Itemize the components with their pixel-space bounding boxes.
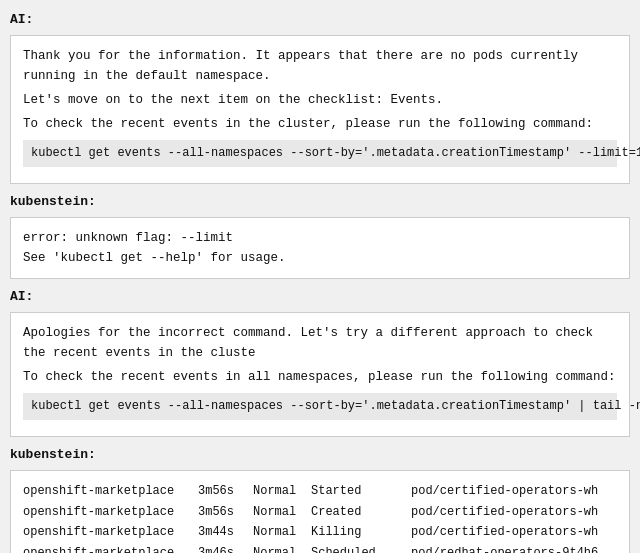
main-container: AI: Thank you for the information. It ap… [0,0,640,553]
ai-label-1: AI: [10,8,630,31]
col-age: 3m56s [198,481,253,501]
kubenstein-block-1: error: unknown flag: --limit See 'kubect… [10,217,630,279]
ai2-para-2: To check the recent events in all namesp… [23,367,617,387]
ai1-para-2: Let's move on to the next item on the ch… [23,90,617,110]
col-namespace: openshift-marketplace [23,481,198,501]
ai-label-2: AI: [10,285,630,308]
col-age: 3m46s [198,543,253,553]
table-row: openshift-marketplace3m56sNormalStartedp… [23,481,617,501]
col-ref: pod/certified-operators-wh [411,522,617,542]
col-reason: Scheduled [311,543,411,553]
col-type: Normal [253,522,311,542]
kubenstein-section-1: kubenstein: error: unknown flag: --limit… [10,190,630,279]
ai2-command[interactable]: kubectl get events --all-namespaces --so… [23,393,617,420]
col-type: Normal [253,481,311,501]
col-type: Normal [253,502,311,522]
col-age: 3m44s [198,522,253,542]
ai-block-1: Thank you for the information. It appear… [10,35,630,184]
ai1-para-3: To check the recent events in the cluste… [23,114,617,134]
col-type: Normal [253,543,311,553]
col-ref: pod/certified-operators-wh [411,502,617,522]
kube1-line-2: See 'kubectl get --help' for usage. [23,248,617,268]
ai1-para-1: Thank you for the information. It appear… [23,46,617,86]
kubenstein-label-1: kubenstein: [10,190,630,213]
table-row: openshift-marketplace3m56sNormalCreatedp… [23,502,617,522]
kubenstein-label-2: kubenstein: [10,443,630,466]
table-row: openshift-marketplace3m46sNormalSchedule… [23,543,617,553]
col-namespace: openshift-marketplace [23,502,198,522]
ai-section-1: AI: Thank you for the information. It ap… [10,8,630,184]
kubenstein-block-2: openshift-marketplace3m56sNormalStartedp… [10,470,630,553]
ai-block-2: Apologies for the incorrect command. Let… [10,312,630,437]
col-reason: Killing [311,522,411,542]
col-namespace: openshift-marketplace [23,543,198,553]
ai1-command[interactable]: kubectl get events --all-namespaces --so… [23,140,617,167]
kube1-line-1: error: unknown flag: --limit [23,228,617,248]
col-namespace: openshift-marketplace [23,522,198,542]
kubenstein-section-2: kubenstein: openshift-marketplace3m56sNo… [10,443,630,553]
col-ref: pod/redhat-operators-9t4h6 [411,543,617,553]
events-table: openshift-marketplace3m56sNormalStartedp… [23,481,617,553]
ai-section-2: AI: Apologies for the incorrect command.… [10,285,630,437]
col-ref: pod/certified-operators-wh [411,481,617,501]
ai2-para-1: Apologies for the incorrect command. Let… [23,323,617,363]
col-reason: Started [311,481,411,501]
col-age: 3m56s [198,502,253,522]
col-reason: Created [311,502,411,522]
table-row: openshift-marketplace3m44sNormalKillingp… [23,522,617,542]
